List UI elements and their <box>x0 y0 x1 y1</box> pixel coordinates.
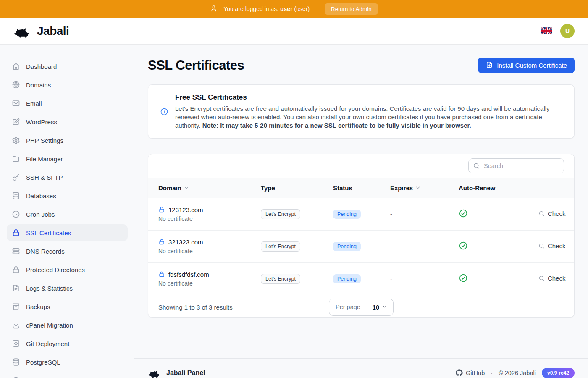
domain-name: 321323.com <box>168 239 203 246</box>
column-header-type: Type <box>251 178 323 198</box>
sidebar-item-label: Databases <box>26 192 56 200</box>
sidebar-item-wordpress[interactable]: WordPress <box>7 113 128 130</box>
sidebar-item-label: Protected Directories <box>26 266 85 273</box>
footer-brand-name: Jabali Panel <box>166 369 205 377</box>
app-header: Jabali U <box>0 18 588 45</box>
folder-icon <box>12 155 20 163</box>
lock-icon <box>12 265 20 274</box>
expires-value: - <box>390 276 392 282</box>
sidebar-item-cpanel-migration[interactable]: cPanel Migration <box>7 317 128 333</box>
domain-cell: 321323.comNo certificate <box>148 230 251 262</box>
expires-value: - <box>390 243 392 250</box>
type-cell: Let's Encrypt <box>251 262 323 295</box>
sidebar-item-label: File Manager <box>26 155 63 163</box>
status-badge: Pending <box>333 242 361 251</box>
boar-logo-icon <box>148 368 162 378</box>
sidebar-item-git-deployment[interactable]: Git Deployment <box>7 335 128 352</box>
sidebar-item-label: WordPress <box>26 118 57 126</box>
auto-renew-cell <box>449 230 528 262</box>
column-header-actions <box>528 178 574 198</box>
server-icon <box>12 247 20 255</box>
github-icon <box>456 369 463 376</box>
sidebar-item-partial[interactable] <box>7 372 128 378</box>
brand-logo: Jabali <box>13 24 69 38</box>
per-page-label: Per page <box>329 299 367 315</box>
check-certificate-button[interactable]: Check <box>538 275 566 282</box>
sidebar-item-email[interactable]: Email <box>7 95 128 112</box>
info-box-note: Note: It may take 5-20 minutes for a new… <box>202 122 471 129</box>
status-cell: Pending <box>323 230 380 262</box>
sidebar-item-databases[interactable]: Databases <box>7 187 128 204</box>
certificates-table-card: DomainTypeStatusExpiresAuto-Renew 123123… <box>148 154 575 318</box>
sidebar-item-ssh-sftp[interactable]: SSH & SFTP <box>7 169 128 186</box>
file-text-icon <box>12 284 20 292</box>
expires-cell: - <box>380 230 449 262</box>
check-circle-icon <box>459 241 468 250</box>
column-header-expires[interactable]: Expires <box>380 178 449 198</box>
sidebar-item-label: Git Deployment <box>26 340 69 347</box>
certificate-subtext: No certificate <box>158 215 241 222</box>
check-certificate-button[interactable]: Check <box>538 242 566 249</box>
sidebar-item-label: Dashboard <box>26 63 57 70</box>
sidebar-item-label: PostgreSQL <box>26 359 60 366</box>
table-footer: Showing 1 to 3 of 3 results Per page 10 <box>148 295 574 318</box>
table-row-321323-com: 321323.comNo certificateLet's EncryptPen… <box>148 230 574 262</box>
brand-name: Jabali <box>37 24 69 38</box>
sidebar-item-label: PHP Settings <box>26 137 63 144</box>
check-circle-icon <box>459 209 468 218</box>
lock-open-icon <box>158 239 165 245</box>
sidebar-item-label: Domains <box>26 81 51 89</box>
check-circle-icon <box>459 273 468 283</box>
sidebar-item-backups[interactable]: Backups <box>7 298 128 315</box>
sidebar-item-dns-records[interactable]: DNS Records <box>7 243 128 260</box>
column-header-status: Status <box>323 178 380 198</box>
page-footer: Jabali Panel GitHub · © 2026 Jabali v0.9… <box>134 358 588 378</box>
auto-renew-toggle[interactable] <box>459 241 468 250</box>
check-certificate-button[interactable]: Check <box>538 210 566 217</box>
sidebar-item-protected-directories[interactable]: Protected Directories <box>7 261 128 278</box>
github-link[interactable]: GitHub <box>456 369 485 376</box>
database-icon <box>12 358 20 366</box>
auto-renew-toggle[interactable] <box>459 209 468 218</box>
install-custom-certificate-button[interactable]: Install Custom Certificate <box>478 58 575 73</box>
sidebar-item-logs-statistics[interactable]: Logs & Statistics <box>7 280 128 297</box>
auto-renew-toggle[interactable] <box>459 273 468 283</box>
sidebar-item-label: Logs & Statistics <box>26 285 73 292</box>
footer-separator: · <box>491 370 493 376</box>
expires-value: - <box>390 211 392 218</box>
search-icon <box>538 243 545 249</box>
status-cell: Pending <box>323 262 380 295</box>
home-icon <box>12 62 20 71</box>
auto-renew-cell <box>449 262 528 295</box>
user-avatar[interactable]: U <box>560 24 575 38</box>
chevron-down-icon <box>382 304 388 311</box>
search-box <box>468 158 564 173</box>
sidebar-item-php-settings[interactable]: PHP Settings <box>7 132 128 149</box>
sort-chevron-icon <box>184 185 189 191</box>
sidebar-item-domains[interactable]: Domains <box>7 76 128 93</box>
sidebar-item-label: DNS Records <box>26 248 65 255</box>
sidebar-item-dashboard[interactable]: Dashboard <box>7 58 128 75</box>
table-row-123123-com: 123123.comNo certificateLet's EncryptPen… <box>148 198 574 230</box>
lock-open-icon <box>158 206 165 213</box>
search-input[interactable] <box>468 158 564 173</box>
download-icon <box>12 321 20 329</box>
sidebar-item-ssl-certificates[interactable]: SSL Certificates <box>7 224 128 241</box>
main-content: SSL Certificates Install Custom Certific… <box>134 45 588 378</box>
sidebar-item-cron-jobs[interactable]: Cron Jobs <box>7 206 128 223</box>
sidebar-item-file-manager[interactable]: File Manager <box>7 150 128 167</box>
database-icon <box>12 192 20 200</box>
user-icon <box>210 5 218 12</box>
globe-icon <box>12 81 20 89</box>
boar-logo-icon <box>148 368 162 378</box>
github-icon <box>456 369 463 376</box>
edit-icon <box>12 118 20 126</box>
sidebar-item-label: Email <box>26 100 42 107</box>
column-header-domain[interactable]: Domain <box>148 178 251 198</box>
return-to-admin-button[interactable]: Return to Admin <box>325 3 378 15</box>
status-badge: Pending <box>333 274 361 284</box>
sidebar-item-postgresql[interactable]: PostgreSQL <box>7 354 128 370</box>
chevron-down-icon <box>382 304 388 310</box>
per-page-select[interactable]: Per page 10 <box>329 299 394 316</box>
language-flag-icon[interactable] <box>541 27 552 34</box>
